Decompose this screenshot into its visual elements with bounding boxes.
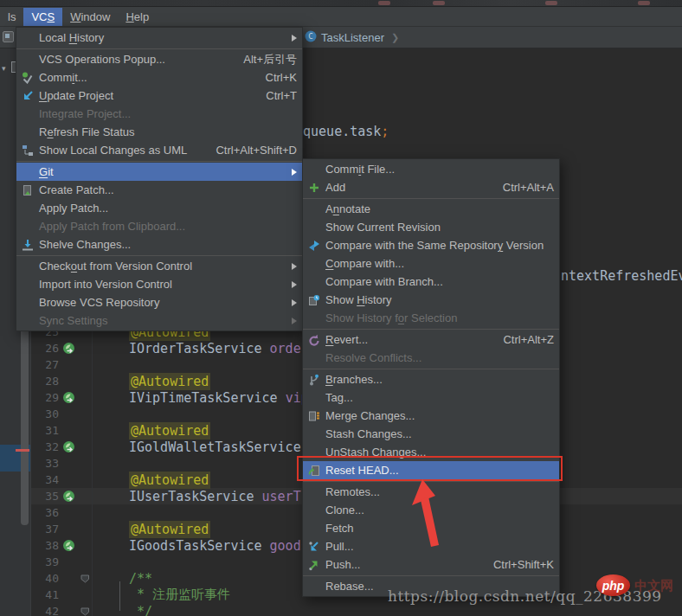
line-number: 39	[30, 554, 59, 570]
autowired-gutter-icon[interactable]	[59, 537, 78, 554]
menu-item-label: Compare with Branch...	[325, 275, 443, 288]
menu-item-import-into-version-control[interactable]: Import into Version Control	[16, 275, 302, 293]
menu-item-fetch[interactable]: Fetch	[303, 519, 559, 537]
editor-line-42[interactable]: 42 */	[30, 603, 682, 616]
menu-item-label: Show History	[325, 293, 392, 306]
project-panel-scrollbar[interactable]	[21, 298, 29, 525]
menu-item-checkout-from-version-control[interactable]: Checkout from Version Control	[16, 257, 302, 275]
menu-item-tag[interactable]: Tag...	[303, 388, 559, 407]
menu-item-label: Remotes...	[325, 485, 380, 498]
menu-item-commit[interactable]: Commit...Ctrl+K	[16, 68, 302, 87]
menu-item-merge-changes[interactable]: Merge Changes...	[303, 407, 559, 425]
menu-item-add[interactable]: AddCtrl+Alt+A	[303, 178, 559, 196]
fold-slot	[78, 406, 92, 422]
pull-icon	[306, 540, 322, 554]
fold-slot	[78, 373, 92, 389]
menu-item-apply-patch-from-clipboard: Apply Patch from Clipboard...	[16, 217, 302, 235]
menu-item-remotes[interactable]: Remotes...	[303, 483, 559, 501]
menu-item-git[interactable]: Git	[16, 163, 302, 181]
menu-item-shortcut: Ctrl+Alt+A	[482, 181, 554, 194]
menu-item-label: Show Current Revision	[325, 221, 441, 234]
menu-item-unstash-changes[interactable]: UnStash Changes...	[303, 443, 559, 461]
submenu-arrow-icon	[292, 299, 297, 306]
gutter-slot	[59, 570, 78, 587]
blank-icon	[306, 580, 322, 594]
menu-item-label: Commit...	[39, 71, 87, 84]
blank-icon	[306, 311, 322, 325]
menu-item-clone[interactable]: Clone...	[303, 501, 559, 519]
menu-item-branches[interactable]: Branches...	[303, 370, 559, 388]
menubar-item-help[interactable]: Help	[118, 8, 157, 26]
menu-item-annotate[interactable]: Annotate	[303, 200, 559, 218]
menu-item-browse-vcs-repository[interactable]: Browse VCS Repository	[16, 293, 302, 311]
menu-item-push[interactable]: Push...Ctrl+Shift+K	[303, 555, 559, 574]
menu-item-label: Pull...	[325, 540, 354, 553]
fold-marker[interactable]	[78, 570, 92, 587]
menu-item-commit-file[interactable]: Commit File...	[303, 160, 559, 178]
history-icon	[306, 293, 322, 307]
menu-item-shelve-changes[interactable]: Shelve Changes...	[16, 235, 302, 253]
menu-item-compare-with-branch[interactable]: Compare with Branch...	[303, 273, 559, 291]
blank-icon	[20, 260, 35, 273]
menu-item-vcs-operations-popup[interactable]: VCS Operations Popup...Alt+后引号	[16, 50, 302, 68]
menu-item-label: Refresh File Status	[39, 125, 135, 138]
autowired-gutter-icon[interactable]	[59, 389, 78, 406]
svg-text:C: C	[308, 32, 312, 41]
menu-item-show-local-changes-as-uml[interactable]: Show Local Changes as UMLCtrl+Alt+Shift+…	[16, 141, 302, 159]
menu-item-label: Fetch	[325, 522, 354, 535]
menu-item-reset-head[interactable]: Reset HEAD...	[303, 461, 559, 479]
menu-item-label: Sync Settings	[39, 314, 108, 327]
menu-item-compare-with[interactable]: Compare with...	[303, 254, 559, 273]
menu-item-revert[interactable]: Revert...Ctrl+Alt+Z	[303, 330, 559, 349]
gutter-slot	[59, 504, 78, 521]
blank-icon	[20, 107, 35, 121]
menubar-item-vcs[interactable]: VCS	[23, 8, 62, 26]
blank-icon	[20, 31, 35, 45]
menu-item-sync-settings: Sync Settings	[16, 311, 302, 330]
fold-marker[interactable]	[78, 603, 92, 616]
fold-guide-line	[119, 581, 120, 611]
autowired-gutter-icon[interactable]	[59, 439, 78, 455]
uml-icon	[20, 144, 35, 157]
breadcrumb[interactable]: C TaskListener ❯	[305, 30, 399, 45]
menu-item-apply-patch[interactable]: Apply Patch...	[16, 199, 302, 217]
vcs-menu-popup: Local HistoryVCS Operations Popup...Alt+…	[16, 27, 303, 331]
menu-bar: lsVCSWindowHelp	[0, 7, 682, 27]
toolbar-icon[interactable]	[3, 31, 14, 42]
menu-item-show-current-revision[interactable]: Show Current Revision	[303, 218, 559, 236]
blank-icon	[306, 446, 322, 459]
autowired-gutter-icon[interactable]	[59, 488, 78, 504]
blank-icon	[20, 296, 35, 310]
fold-slot	[78, 439, 92, 455]
menu-item-create-patch[interactable]: Create Patch...	[16, 181, 302, 199]
autowired-gutter-icon[interactable]	[59, 340, 78, 356]
menu-separator	[16, 253, 302, 257]
menu-item-label: Push...	[325, 558, 360, 571]
menu-item-local-history[interactable]: Local History	[16, 29, 302, 47]
fold-slot	[78, 422, 92, 439]
menu-item-show-history-for-selection: Show History for Selection	[303, 309, 559, 327]
menu-item-show-history[interactable]: Show History	[303, 291, 559, 309]
menu-item-label: Shelve Changes...	[39, 238, 131, 251]
php-logo-suffix: 中文网	[634, 578, 673, 594]
menu-item-label: Resolve Conflicts...	[325, 351, 421, 364]
gutter-slot	[59, 472, 78, 488]
menu-item-update-project[interactable]: Update ProjectCtrl+T	[16, 87, 302, 105]
blank-icon	[306, 202, 322, 216]
window-title-strip	[0, 0, 682, 7]
breadcrumb-class-name[interactable]: TaskListener	[321, 31, 384, 44]
branches-icon	[306, 373, 322, 387]
menu-item-label: Tag...	[325, 391, 353, 404]
submenu-arrow-icon	[292, 281, 297, 288]
menu-item-stash-changes[interactable]: Stash Changes...	[303, 425, 559, 443]
menu-separator	[303, 479, 559, 483]
menu-item-refresh-file-status[interactable]: Refresh File Status	[16, 123, 302, 141]
menu-item-compare-with-the-same-repository-version[interactable]: Compare with the Same Repository Version	[303, 236, 559, 254]
blank-icon	[306, 485, 322, 499]
line-number: 38	[30, 537, 59, 554]
menubar-item-tools-partial[interactable]: ls	[0, 8, 23, 26]
chevron-down-icon[interactable]: ▾	[2, 64, 6, 73]
menu-item-label: Show Local Changes as UML	[39, 144, 187, 157]
menubar-item-window[interactable]: Window	[62, 8, 118, 26]
menu-item-pull[interactable]: Pull...	[303, 537, 559, 555]
